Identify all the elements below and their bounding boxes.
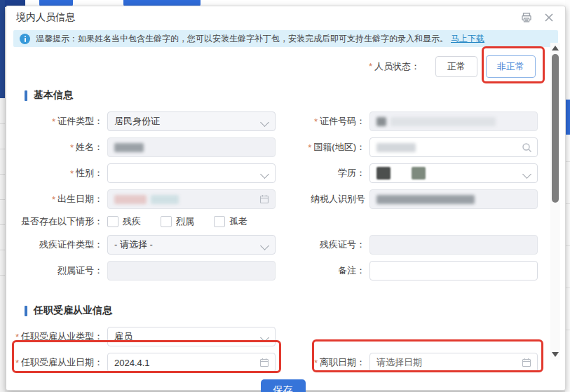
close-icon[interactable]	[543, 11, 555, 24]
divider	[0, 250, 5, 250]
chevron-down-icon	[260, 241, 269, 250]
checkbox-disabled[interactable]: 残疾	[107, 215, 141, 228]
disability-cert-type-select[interactable]: - 请选择 -	[107, 235, 276, 255]
disability-cert-no-input[interactable]	[369, 235, 538, 255]
notice-banner: 温馨提示：如果姓名当中包含生僻字的，您可以安装生僻字补丁包，安装完成后即可支持生…	[13, 30, 558, 47]
gender-label: *性别：	[25, 167, 103, 180]
redacted-value	[376, 117, 386, 126]
situations-label: 是否存在以下情形：	[25, 215, 103, 228]
person-status-row: *人员状态： 正常 非正常	[25, 55, 541, 78]
personnel-info-dialog: 境内人员信息 温馨提示：如果姓名当中包含生僻字的，您可以安装生僻字补丁包，安装完…	[6, 6, 566, 391]
background-right-block	[565, 100, 570, 135]
birth-date-label: *出生日期：	[25, 193, 103, 205]
info-icon	[20, 34, 30, 44]
required-mark: *	[314, 358, 318, 368]
required-mark: *	[15, 358, 19, 368]
status-normal-button[interactable]: 正常	[435, 56, 477, 77]
status-abnormal-button[interactable]: 非正常	[486, 55, 536, 78]
calendar-icon	[259, 194, 270, 205]
divider	[565, 161, 570, 162]
download-link[interactable]: 马上下载	[451, 33, 484, 45]
divider	[565, 288, 570, 288]
employment-date-input[interactable]: 2024.4.1	[107, 353, 276, 372]
save-button[interactable]: 保存	[261, 379, 306, 392]
scroll-down-arrow-icon[interactable]	[552, 352, 559, 357]
person-status-label: *人员状态：	[369, 60, 420, 73]
redacted-value	[376, 167, 391, 180]
resignation-date-placeholder: 请选择日期	[376, 356, 422, 369]
required-mark: *	[308, 142, 311, 153]
checkbox-icon	[161, 216, 172, 227]
section-title: 基本信息	[34, 89, 73, 102]
martyr-cert-no-input[interactable]	[107, 261, 276, 281]
checkbox-icon	[214, 216, 225, 227]
required-mark: *	[70, 142, 74, 153]
employment-date-value: 2024.4.1	[114, 358, 150, 368]
print-icon[interactable]	[520, 11, 533, 24]
form-row: 残疾证件类型： - 请选择 - 残疾证号：	[25, 235, 541, 255]
employment-type-label: *任职受雇从业类型：	[25, 330, 103, 343]
dialog-header: 境内人员信息	[6, 6, 565, 29]
form-row: *出生日期： 纳税人识别号	[25, 189, 541, 209]
remark-label: 备注：	[290, 264, 365, 277]
taxpayer-id-label: 纳税人识别号	[290, 193, 365, 205]
chevron-down-icon	[260, 118, 269, 127]
education-select[interactable]	[369, 163, 538, 183]
form-row: 烈属证号： 备注：	[25, 261, 541, 281]
nationality-label: *国籍(地区)：	[290, 141, 365, 154]
redacted-value	[114, 195, 147, 204]
divider	[0, 275, 5, 276]
required-mark: *	[52, 116, 55, 127]
scrollbar-thumb[interactable]	[552, 54, 559, 203]
checkbox-label: 残疾	[123, 215, 141, 228]
divider	[565, 245, 570, 246]
scrollbar[interactable]	[550, 43, 560, 360]
cert-type-select[interactable]: 居民身份证	[107, 111, 276, 131]
scroll-up-arrow-icon[interactable]	[552, 46, 559, 50]
notice-text: 温馨提示：如果姓名当中包含生僻字的，您可以安装生僻字补丁包，安装完成后即可支持生…	[36, 33, 448, 45]
employment-date-label: *任职受雇从业日期：	[25, 356, 103, 369]
cert-type-value: 居民身份证	[114, 115, 160, 128]
cert-type-label: *证件类型：	[25, 115, 103, 128]
redacted-value	[151, 195, 179, 204]
name-label: *姓名：	[25, 141, 103, 154]
chevron-down-icon	[260, 333, 269, 342]
taxpayer-id-input[interactable]	[369, 189, 538, 209]
section-bar	[25, 306, 27, 316]
disability-cert-type-label: 残疾证件类型：	[25, 238, 103, 251]
disability-cert-type-value: - 请选择 -	[114, 238, 153, 251]
checkbox-icon	[107, 216, 118, 227]
required-mark: *	[52, 194, 55, 205]
nationality-input[interactable]	[369, 137, 538, 157]
required-mark: *	[369, 61, 372, 72]
divider	[565, 203, 570, 204]
remark-input[interactable]	[369, 261, 538, 281]
resignation-date-input[interactable]: 请选择日期	[369, 353, 538, 372]
required-mark: *	[15, 332, 19, 342]
education-label: 学历：	[290, 167, 365, 180]
redacted-value	[412, 167, 426, 180]
divider	[0, 199, 5, 200]
section-basic-info: 基本信息	[25, 89, 541, 102]
employment-type-value: 雇员	[114, 330, 133, 343]
background-left-navy	[0, 0, 5, 98]
redacted-value	[391, 117, 496, 126]
checkbox-elderly-alone[interactable]: 孤老	[214, 215, 247, 228]
dialog-title: 境内人员信息	[16, 11, 75, 24]
form-row: *证件类型： 居民身份证 *证件号码：	[25, 111, 541, 131]
name-input[interactable]	[107, 137, 276, 157]
dialog-body: *人员状态： 正常 非正常 基本信息 *证件类型： 居民身份证 *证件号	[16, 48, 541, 390]
redacted-value	[376, 195, 475, 204]
employment-type-select[interactable]: 雇员	[107, 327, 276, 346]
checkbox-martyr-family[interactable]: 烈属	[161, 215, 194, 228]
gender-select[interactable]	[107, 163, 276, 183]
section-bar	[25, 90, 27, 101]
divider	[0, 174, 5, 175]
divider	[0, 123, 5, 124]
search-icon[interactable]	[522, 142, 532, 153]
calendar-icon[interactable]	[259, 358, 270, 368]
birth-date-input[interactable]	[107, 189, 276, 209]
calendar-icon[interactable]	[522, 358, 532, 368]
situations-checkbox-group: 残疾 烈属 孤老	[107, 215, 267, 228]
cert-no-input[interactable]	[369, 111, 538, 131]
